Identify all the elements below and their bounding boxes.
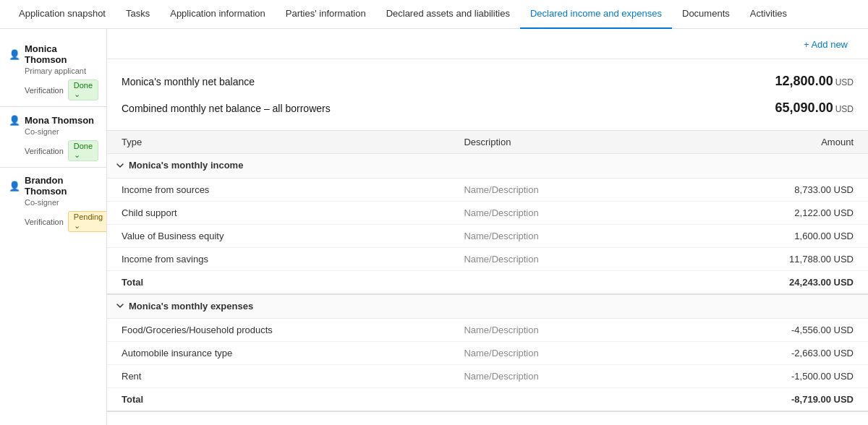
sidebar-person-brandon-thomson[interactable]: 👤 Brandon Thomson Co-signer Verification… xyxy=(0,168,106,238)
table-row: Child support Name/Description 2,122.00 … xyxy=(107,201,868,224)
row-amount: -4,556.00 USD xyxy=(739,319,868,342)
top-navigation: Application snapshotTasksApplication inf… xyxy=(0,0,868,29)
row-description: Name/Description xyxy=(449,201,739,224)
row-type: Income from sources xyxy=(107,178,449,201)
row-description: Name/Description xyxy=(449,178,739,201)
summary-section: Monica's monthly net balance 12,800.00US… xyxy=(107,59,868,124)
row-description: Name/Description xyxy=(449,247,739,270)
row-type: Value of Business equity xyxy=(107,224,449,247)
monthly-net-label: Monica's monthly net balance xyxy=(122,76,255,87)
section-header-monthly-expenses[interactable]: Monica's monthly expenses xyxy=(107,294,868,319)
total-value: -8,719.00 USD xyxy=(739,388,868,412)
verification-label: Verification xyxy=(25,147,64,155)
col-description: Description xyxy=(449,131,739,154)
table-row: Income from savings Name/Description 11,… xyxy=(107,247,868,270)
table-row: Rent Name/Description -1,500.00 USD xyxy=(107,365,868,388)
nav-item-parties-information[interactable]: Parties' information xyxy=(276,0,376,29)
row-type: Food/Groceries/Household products xyxy=(107,319,449,342)
nav-item-application-information[interactable]: Application information xyxy=(160,0,276,29)
nav-item-declared-assets-liabilities[interactable]: Declared assets and liabilities xyxy=(376,0,520,29)
nav-item-declared-income-expenses[interactable]: Declared income and expenses xyxy=(520,0,672,29)
row-description: Name/Description xyxy=(449,224,739,247)
total-spacer xyxy=(449,388,739,412)
verification-row: Verification Done ⌄ xyxy=(25,80,98,100)
combined-net-value: 65,090.00USD xyxy=(775,100,854,116)
row-type: Income from savings xyxy=(107,247,449,270)
section-toggle[interactable]: Monica's monthly expenses xyxy=(116,301,253,312)
income-expenses-table: Type Description Amount Monica's monthly… xyxy=(107,130,868,412)
row-amount: -2,663.00 USD xyxy=(739,342,868,365)
row-description: Name/Description xyxy=(449,319,739,342)
combined-net-label: Combined monthly net balance – all borro… xyxy=(122,103,331,114)
table-row: Food/Groceries/Household products Name/D… xyxy=(107,319,868,342)
row-amount: 11,788.00 USD xyxy=(739,247,868,270)
person-role: Co-signer xyxy=(25,198,98,207)
nav-item-activities[interactable]: Activities xyxy=(740,0,797,29)
combined-net-row: Combined monthly net balance – all borro… xyxy=(122,95,854,121)
verification-label: Verification xyxy=(25,218,64,226)
row-amount: 2,122.00 USD xyxy=(739,201,868,224)
verification-badge[interactable]: Done ⌄ xyxy=(68,80,98,100)
section-toggle[interactable]: Monica's monthly income xyxy=(116,160,243,171)
content-toolbar: + Add new xyxy=(107,29,868,59)
person-name: 👤 Mona Thomson xyxy=(9,114,98,126)
col-type: Type xyxy=(107,131,449,154)
person-name: 👤 Monica Thomson xyxy=(9,43,98,65)
verification-badge[interactable]: Done ⌄ xyxy=(68,140,98,161)
table-row: Value of Business equity Name/Descriptio… xyxy=(107,224,868,247)
verification-row: Verification Done ⌄ xyxy=(25,140,98,161)
nav-item-documents[interactable]: Documents xyxy=(672,0,740,29)
add-new-button[interactable]: + Add new xyxy=(798,36,854,53)
person-role: Primary applicant xyxy=(25,66,98,75)
monthly-net-value: 12,800.00USD xyxy=(775,74,854,89)
person-icon: 👤 xyxy=(9,180,20,192)
total-label: Total xyxy=(107,388,449,412)
verification-badge[interactable]: Pending ⌄ xyxy=(68,211,107,232)
total-spacer xyxy=(449,270,739,294)
row-type: Automobile insurance type xyxy=(107,342,449,365)
row-description: Name/Description xyxy=(449,342,739,365)
sidebar-person-mona-thomson[interactable]: 👤 Mona Thomson Co-signer Verification Do… xyxy=(0,107,106,168)
row-amount: 1,600.00 USD xyxy=(739,224,868,247)
table-header: Type Description Amount xyxy=(107,131,868,154)
table-row: Income from sources Name/Description 8,7… xyxy=(107,178,868,201)
person-icon: 👤 xyxy=(9,114,20,126)
sidebar: 👤 Monica Thomson Primary applicant Verif… xyxy=(0,29,107,425)
section-total-row: Total -8,719.00 USD xyxy=(107,388,868,412)
sidebar-person-monica-thomson[interactable]: 👤 Monica Thomson Primary applicant Verif… xyxy=(0,36,106,107)
person-icon: 👤 xyxy=(9,48,20,60)
total-label: Total xyxy=(107,270,449,294)
content-area: + Add new Monica's monthly net balance 1… xyxy=(107,29,868,425)
nav-item-tasks[interactable]: Tasks xyxy=(116,0,160,29)
monthly-net-row: Monica's monthly net balance 12,800.00US… xyxy=(122,68,854,95)
verification-label: Verification xyxy=(25,86,64,95)
main-layout: 👤 Monica Thomson Primary applicant Verif… xyxy=(0,29,868,425)
row-type: Rent xyxy=(107,365,449,388)
total-value: 24,243.00 USD xyxy=(739,270,868,294)
row-type: Child support xyxy=(107,201,449,224)
person-name: 👤 Brandon Thomson xyxy=(9,175,98,197)
person-role: Co-signer xyxy=(25,127,98,136)
row-description: Name/Description xyxy=(449,365,739,388)
table-row: Automobile insurance type Name/Descripti… xyxy=(107,342,868,365)
table-body: Monica's monthly income Income from sour… xyxy=(107,154,868,412)
verification-row: Verification Pending ⌄ xyxy=(25,211,98,232)
row-amount: -1,500.00 USD xyxy=(739,365,868,388)
section-total-row: Total 24,243.00 USD xyxy=(107,270,868,294)
col-amount: Amount xyxy=(739,131,868,154)
row-amount: 8,733.00 USD xyxy=(739,178,868,201)
nav-item-application-snapshot[interactable]: Application snapshot xyxy=(9,0,116,29)
section-header-monthly-income[interactable]: Monica's monthly income xyxy=(107,154,868,179)
